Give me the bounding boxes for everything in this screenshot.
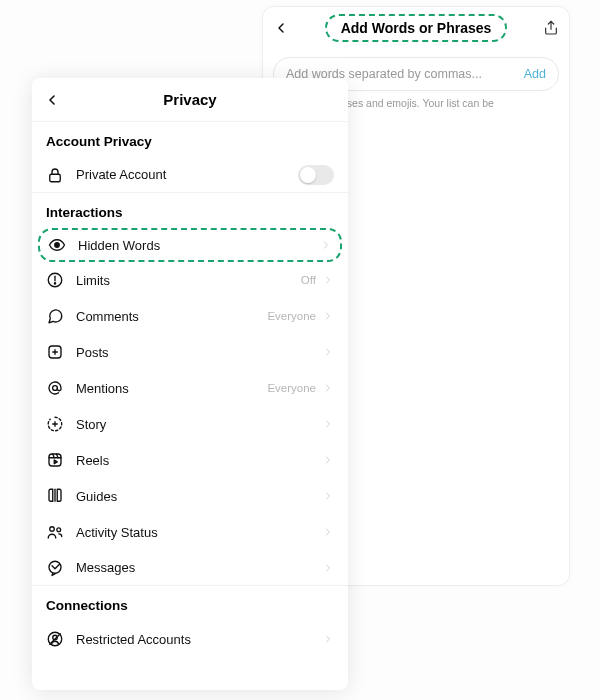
svg-point-5 xyxy=(54,283,55,284)
row-label: Mentions xyxy=(76,381,267,396)
section-interactions: Interactions xyxy=(32,193,348,228)
row-mentions[interactable]: Mentions Everyone xyxy=(32,370,348,406)
row-limits[interactable]: Limits Off xyxy=(32,262,348,298)
privacy-title: Privacy xyxy=(163,91,216,108)
section-connections: Connections xyxy=(32,586,348,621)
row-label: Messages xyxy=(76,560,322,575)
row-restricted-accounts[interactable]: Restricted Accounts xyxy=(32,621,348,657)
reels-icon xyxy=(46,451,64,469)
comment-icon xyxy=(46,307,64,325)
chevron-left-icon xyxy=(273,20,289,36)
story-icon xyxy=(46,415,64,433)
messages-icon xyxy=(46,559,64,577)
row-label: Limits xyxy=(76,273,301,288)
row-label: Activity Status xyxy=(76,525,322,540)
row-label: Reels xyxy=(76,453,322,468)
row-label: Comments xyxy=(76,309,267,324)
row-activity-status[interactable]: Activity Status xyxy=(32,514,348,550)
add-button[interactable]: Add xyxy=(524,67,546,81)
row-value: Off xyxy=(301,274,316,286)
chevron-left-icon xyxy=(44,92,60,108)
row-guides[interactable]: Guides xyxy=(32,478,348,514)
row-label: Guides xyxy=(76,489,322,504)
row-value: Everyone xyxy=(267,382,316,394)
row-posts[interactable]: Posts xyxy=(32,334,348,370)
svg-point-9 xyxy=(53,386,58,391)
row-label: Restricted Accounts xyxy=(76,632,322,647)
svg-point-2 xyxy=(55,243,60,248)
chevron-right-icon xyxy=(322,490,334,502)
alert-icon xyxy=(46,271,64,289)
share-icon xyxy=(543,20,559,36)
restricted-icon xyxy=(46,630,64,648)
lock-icon xyxy=(46,166,64,184)
chevron-right-icon xyxy=(322,310,334,322)
activity-icon xyxy=(46,523,64,541)
guides-icon xyxy=(46,487,64,505)
privacy-header: Privacy xyxy=(32,78,348,122)
row-comments[interactable]: Comments Everyone xyxy=(32,298,348,334)
row-hidden-words[interactable]: Hidden Words xyxy=(38,228,342,262)
row-label: Hidden Words xyxy=(78,238,320,253)
svg-point-20 xyxy=(49,561,61,573)
row-messages[interactable]: Messages xyxy=(32,550,348,586)
chevron-right-icon xyxy=(322,526,334,538)
share-button[interactable] xyxy=(543,20,559,36)
row-label: Posts xyxy=(76,345,322,360)
add-words-header: Add Words or Phrases xyxy=(263,7,569,49)
eye-icon xyxy=(48,236,66,254)
chevron-right-icon xyxy=(322,346,334,358)
chevron-right-icon xyxy=(322,562,334,574)
chevron-right-icon xyxy=(322,382,334,394)
row-private-account[interactable]: Private Account xyxy=(32,157,348,193)
row-reels[interactable]: Reels xyxy=(32,442,348,478)
svg-marker-16 xyxy=(54,460,57,464)
svg-point-19 xyxy=(57,528,61,532)
chevron-right-icon xyxy=(322,454,334,466)
at-icon xyxy=(46,379,64,397)
row-label: Private Account xyxy=(76,167,298,182)
chevron-right-icon xyxy=(322,274,334,286)
private-account-toggle[interactable] xyxy=(298,165,334,185)
posts-icon xyxy=(46,343,64,361)
chevron-right-icon xyxy=(320,239,332,251)
svg-point-18 xyxy=(50,527,55,532)
section-account-privacy: Account Privacy xyxy=(32,122,348,157)
privacy-panel: Privacy Account Privacy Private Account … xyxy=(32,78,348,690)
svg-rect-1 xyxy=(50,174,61,182)
row-value: Everyone xyxy=(267,310,316,322)
add-words-title: Add Words or Phrases xyxy=(325,14,508,42)
row-story[interactable]: Story xyxy=(32,406,348,442)
back-button[interactable] xyxy=(273,20,289,36)
chevron-right-icon xyxy=(322,418,334,430)
chevron-right-icon xyxy=(322,633,334,645)
row-label: Story xyxy=(76,417,322,432)
back-button[interactable] xyxy=(44,92,60,108)
